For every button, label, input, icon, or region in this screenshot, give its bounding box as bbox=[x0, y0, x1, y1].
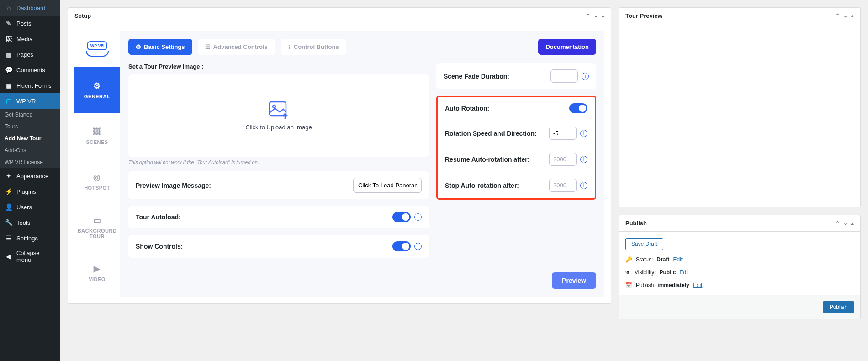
tab-label: GENERAL bbox=[84, 94, 110, 99]
stop-rotation-input[interactable] bbox=[549, 179, 577, 192]
pin-icon: ✎ bbox=[5, 19, 13, 27]
resume-rotation-input[interactable] bbox=[549, 153, 577, 166]
edit-status-link[interactable]: Edit bbox=[673, 256, 683, 263]
info-icon[interactable]: i bbox=[580, 182, 587, 189]
visibility-label: Visibility: bbox=[635, 269, 656, 276]
tab-video[interactable]: ▶VIDEO bbox=[74, 250, 120, 296]
advanced-controls-button[interactable]: ☰Advanced Controls bbox=[198, 39, 275, 55]
admin-sidebar: ⌂Dashboard ✎Posts 🖼Media ▤Pages 💬Comment… bbox=[0, 0, 60, 361]
collapse-icon: ◀ bbox=[5, 252, 13, 260]
caret-up-icon[interactable]: ⌃ bbox=[586, 13, 590, 19]
basic-settings-button[interactable]: ⚙Basic Settings bbox=[128, 39, 192, 55]
edit-publish-link[interactable]: Edit bbox=[693, 282, 703, 288]
publish-button[interactable]: Publish bbox=[823, 301, 854, 313]
button-label: Publish bbox=[830, 304, 847, 310]
vr-icon: ▢ bbox=[5, 97, 13, 105]
sidebar-item-collapse[interactable]: ◀Collapse menu bbox=[0, 246, 60, 267]
image-icon: 🖼 bbox=[93, 127, 101, 137]
sidebar-label: Plugins bbox=[16, 188, 36, 195]
sidebar-sub-addons[interactable]: Add-Ons bbox=[0, 144, 60, 156]
info-icon[interactable]: i bbox=[580, 130, 587, 137]
plug-icon: ⚡ bbox=[5, 187, 13, 196]
video-icon: ▶ bbox=[94, 264, 101, 274]
caret-down-icon[interactable]: ⌄ bbox=[843, 220, 847, 226]
sidebar-item-comments[interactable]: 💬Comments bbox=[0, 62, 60, 78]
tab-scenes[interactable]: 🖼SCENES bbox=[74, 113, 120, 159]
sidebar-item-posts[interactable]: ✎Posts bbox=[0, 16, 60, 31]
eye-icon: 👁 bbox=[625, 269, 631, 276]
sidebar-sub-tours[interactable]: Tours bbox=[0, 121, 60, 133]
preview-image-label: Set a Tour Preview Image : bbox=[128, 63, 429, 70]
sidebar-label: Pages bbox=[16, 51, 33, 58]
publish-panel: Publish ⌃ ⌄ ▴ Save Draft 🔑 Status: Draft… bbox=[619, 215, 861, 319]
triangle-up-icon[interactable]: ▴ bbox=[602, 13, 604, 19]
field-label: Rotation Speed and Direction: bbox=[445, 130, 537, 137]
button-label: Documentation bbox=[545, 43, 589, 50]
caret-down-icon[interactable]: ⌄ bbox=[594, 13, 598, 19]
dashboard-icon: ⌂ bbox=[5, 4, 13, 12]
sidebar-item-media[interactable]: 🖼Media bbox=[0, 31, 60, 47]
sidebar-item-fluentforms[interactable]: ▦Fluent Forms bbox=[0, 78, 60, 93]
sliders-icon: ☰ bbox=[205, 43, 211, 50]
publish-time-value: immediately bbox=[657, 282, 689, 288]
caret-up-icon[interactable]: ⌃ bbox=[836, 220, 840, 226]
status-label: Status: bbox=[636, 256, 653, 263]
info-icon[interactable]: i bbox=[414, 243, 422, 250]
sidebar-item-settings[interactable]: ☰Settings bbox=[0, 230, 60, 246]
tab-background-tour[interactable]: ▭BACKGROUND TOUR bbox=[74, 204, 120, 250]
publish-time-row: 📅 Publish immediately Edit bbox=[625, 282, 854, 288]
info-icon[interactable]: i bbox=[582, 73, 589, 80]
preview-button[interactable]: Preview bbox=[552, 272, 596, 289]
sidebar-item-pages[interactable]: ▤Pages bbox=[0, 47, 60, 62]
button-label: Preview bbox=[562, 277, 586, 284]
info-icon[interactable]: i bbox=[414, 213, 422, 221]
scene-fade-input[interactable] bbox=[550, 69, 578, 83]
media-icon: 🖼 bbox=[5, 35, 13, 43]
forms-icon: ▦ bbox=[5, 81, 13, 90]
sidebar-sub-license[interactable]: WP VR License bbox=[0, 156, 60, 168]
info-icon[interactable]: i bbox=[580, 156, 587, 163]
sidebar-label: Settings bbox=[16, 235, 38, 242]
triangle-up-icon[interactable]: ▴ bbox=[851, 220, 854, 226]
panel-title: Publish bbox=[625, 220, 647, 227]
caret-up-icon[interactable]: ⌃ bbox=[836, 13, 840, 19]
sidebar-label: Tools bbox=[16, 219, 30, 226]
documentation-button[interactable]: Documentation bbox=[538, 39, 596, 55]
auto-rotation-toggle[interactable] bbox=[569, 103, 587, 113]
tour-autoload-toggle[interactable] bbox=[392, 212, 411, 222]
sidebar-item-appearance[interactable]: ✦Appearance bbox=[0, 168, 60, 184]
tour-autoload-card: Tour Autoload: i bbox=[128, 206, 429, 228]
sidebar-sub-getstarted[interactable]: Get Started bbox=[0, 109, 60, 121]
sidebar-item-wpvr[interactable]: ▢WP VR bbox=[0, 93, 60, 109]
sidebar-item-plugins[interactable]: ⚡Plugins bbox=[0, 184, 60, 199]
card-label: Tour Autoload: bbox=[136, 213, 181, 221]
logo-badge: WP VR bbox=[87, 41, 107, 50]
show-controls-toggle[interactable] bbox=[392, 241, 411, 251]
rotation-speed-input[interactable] bbox=[549, 127, 577, 140]
calendar-icon: 📅 bbox=[625, 282, 632, 288]
upload-image-box[interactable]: Click to Upload an Image bbox=[128, 74, 429, 157]
pages-icon: ▤ bbox=[5, 50, 13, 58]
triangle-up-icon[interactable]: ▴ bbox=[851, 13, 854, 19]
sidebar-item-users[interactable]: 👤Users bbox=[0, 199, 60, 215]
preview-message-input[interactable] bbox=[353, 178, 422, 193]
status-value: Draft bbox=[656, 256, 669, 263]
tab-general[interactable]: ⚙GENERAL bbox=[74, 67, 120, 113]
gear-icon: ⚙ bbox=[93, 81, 101, 91]
caret-down-icon[interactable]: ⌄ bbox=[843, 13, 847, 19]
panel-title: Tour Preview bbox=[625, 12, 662, 19]
status-row: 🔑 Status: Draft Edit bbox=[625, 256, 854, 263]
tab-hotspot[interactable]: ◎HOTSPOT bbox=[74, 159, 120, 204]
edit-visibility-link[interactable]: Edit bbox=[679, 269, 689, 276]
user-icon: 👤 bbox=[5, 203, 13, 211]
sidebar-sub-addnew[interactable]: Add New Tour bbox=[0, 133, 60, 144]
card-label: Show Controls: bbox=[136, 243, 183, 250]
panel-title: Setup bbox=[74, 12, 91, 19]
sidebar-item-dashboard[interactable]: ⌂Dashboard bbox=[0, 0, 60, 16]
svg-point-1 bbox=[273, 105, 275, 108]
logo-arc-icon bbox=[86, 51, 109, 57]
save-draft-button[interactable]: Save Draft bbox=[625, 238, 663, 250]
control-buttons-button[interactable]: ⫶Control Buttons bbox=[281, 39, 346, 55]
sidebar-item-tools[interactable]: 🔧Tools bbox=[0, 215, 60, 230]
setup-content: ⚙Basic Settings ☰Advanced Controls ⫶Cont… bbox=[120, 31, 604, 297]
